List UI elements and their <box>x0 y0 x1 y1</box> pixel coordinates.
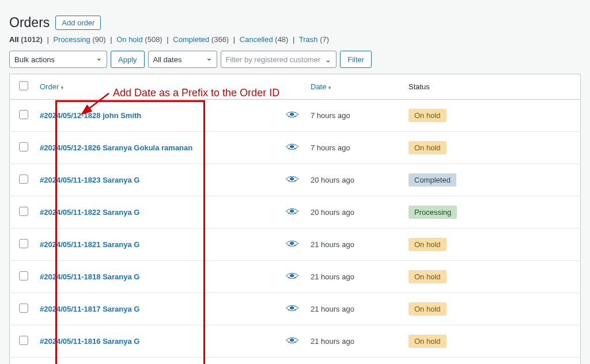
row-checkbox[interactable] <box>19 110 28 119</box>
status-badge: On hold <box>409 109 447 122</box>
filter-completed[interactable]: Completed (366) <box>173 35 229 44</box>
row-checkbox[interactable] <box>19 336 28 345</box>
sort-icon: ♦ <box>60 84 63 90</box>
page-title: Orders <box>9 15 50 31</box>
preview-column-header <box>282 74 305 100</box>
table-header-row: Order♦ Date♦ Status <box>10 74 581 100</box>
order-date-text: 7 hours ago <box>311 111 350 120</box>
eye-icon[interactable]: 👁 <box>286 238 299 251</box>
row-checkbox[interactable] <box>19 207 28 216</box>
row-checkbox[interactable] <box>19 304 28 313</box>
status-badge: On hold <box>409 335 447 348</box>
sort-icon: ♦ <box>328 84 331 90</box>
date-filter-select[interactable]: All dates <box>148 51 217 68</box>
status-badge: On hold <box>409 302 447 316</box>
filter-cancelled[interactable]: Cancelled (48) <box>240 35 289 44</box>
row-checkbox[interactable] <box>19 175 28 184</box>
toolbar: Bulk actions Apply All dates Filter by r… <box>9 51 581 68</box>
filter-button[interactable]: Filter <box>340 51 372 68</box>
eye-icon[interactable]: 👁 <box>286 174 299 186</box>
table-row[interactable]: #2024/05/11-1822 Saranya G👁20 hours agoP… <box>10 196 581 229</box>
order-date-text: 21 hours ago <box>311 305 354 313</box>
status-column-header: Status <box>403 74 581 100</box>
eye-icon[interactable]: 👁 <box>286 271 299 283</box>
status-badge: Processing <box>409 206 457 219</box>
filter-on-hold[interactable]: On hold (508) <box>116 35 162 44</box>
filter-processing[interactable]: Processing (90) <box>53 35 105 44</box>
status-badge: On hold <box>409 238 447 251</box>
select-all-checkbox[interactable] <box>19 81 28 90</box>
order-link[interactable]: #2024/05/11-1821 Saranya G <box>40 240 139 249</box>
order-link[interactable]: #2024/05/11-1822 Saranya G <box>40 208 139 217</box>
status-badge: Completed <box>409 173 456 187</box>
page-header: Orders Add order <box>9 15 581 31</box>
eye-icon[interactable]: 👁 <box>286 206 299 218</box>
status-badge: On hold <box>409 141 447 154</box>
table-row[interactable]: #2024/05/11-1813 Saranya G👁21 hours agoO… <box>10 358 581 365</box>
eye-icon[interactable]: 👁 <box>286 335 299 347</box>
order-link[interactable]: #2024/05/11-1816 Saranya G <box>40 337 139 346</box>
row-checkbox[interactable] <box>19 271 28 280</box>
order-date-text: 20 hours ago <box>311 208 354 217</box>
order-link[interactable]: #2024/05/11-1817 Saranya G <box>40 305 139 313</box>
select-all-header <box>10 74 35 100</box>
date-column-header[interactable]: Date♦ <box>305 74 403 100</box>
customer-filter-placeholder: Filter by registered customer <box>226 55 321 64</box>
chevron-down-icon: ⌄ <box>325 55 331 64</box>
order-link[interactable]: #2024/05/12-1828 john Smith <box>40 111 141 120</box>
order-link[interactable]: #2024/05/12-1826 Saranya Gokula ramanan <box>40 143 192 152</box>
filter-all[interactable]: All (1012) <box>9 35 43 44</box>
table-row[interactable]: #2024/05/11-1816 Saranya G👁21 hours agoO… <box>10 325 581 358</box>
table-row[interactable]: #2024/05/12-1828 john Smith👁7 hours agoO… <box>10 100 581 132</box>
row-checkbox[interactable] <box>19 142 28 151</box>
page-wrapper: Orders Add order All (1012) | Processing… <box>9 15 581 364</box>
annotation-label: Add Date as a Prefix to the Order ID <box>113 87 279 99</box>
order-link[interactable]: #2024/05/11-1818 Saranya G <box>40 272 139 281</box>
bulk-actions-select[interactable]: Bulk actions <box>9 51 107 68</box>
table-row[interactable]: #2024/05/11-1818 Saranya G👁21 hours agoO… <box>10 261 581 293</box>
table-row[interactable]: #2024/05/11-1823 Saranya G👁20 hours agoC… <box>10 164 581 196</box>
order-link[interactable]: #2024/05/11-1823 Saranya G <box>40 176 139 184</box>
table-row[interactable]: #2024/05/11-1817 Saranya G👁21 hours agoO… <box>10 293 581 325</box>
order-date-text: 21 hours ago <box>311 240 354 249</box>
row-checkbox[interactable] <box>19 239 28 248</box>
order-date-text: 7 hours ago <box>311 143 350 152</box>
eye-icon[interactable]: 👁 <box>286 109 299 122</box>
eye-icon[interactable]: 👁 <box>286 142 299 154</box>
table-row[interactable]: #2024/05/11-1821 Saranya G👁21 hours agoO… <box>10 229 581 261</box>
status-filter-bar: All (1012) | Processing (90) | On hold (… <box>9 35 581 44</box>
customer-filter-select[interactable]: Filter by registered customer ⌄ <box>221 51 337 68</box>
status-badge: On hold <box>409 270 447 283</box>
date-filter-wrap: All dates <box>148 51 217 68</box>
order-date-text: 21 hours ago <box>311 272 354 281</box>
add-order-button[interactable]: Add order <box>55 16 101 30</box>
orders-table: Order♦ Date♦ Status #2024/05/12-1828 joh… <box>9 74 581 364</box>
table-row[interactable]: #2024/05/12-1826 Saranya Gokula ramanan👁… <box>10 132 581 164</box>
eye-icon[interactable]: 👁 <box>286 303 299 315</box>
filter-trash[interactable]: Trash (7) <box>299 35 329 44</box>
order-date-text: 21 hours ago <box>311 337 354 346</box>
bulk-actions-wrap: Bulk actions <box>9 51 107 68</box>
apply-button[interactable]: Apply <box>111 51 145 68</box>
order-date-text: 20 hours ago <box>311 176 354 184</box>
